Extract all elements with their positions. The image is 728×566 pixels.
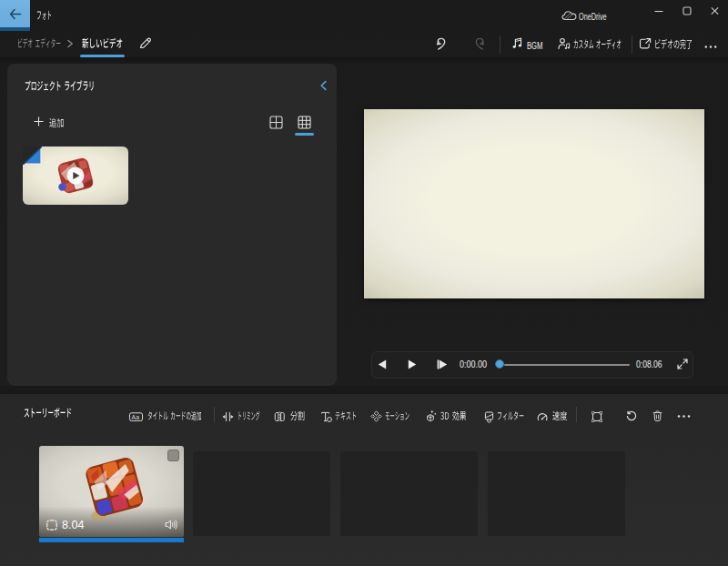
svg-text:Aa: Aa [132,414,140,420]
